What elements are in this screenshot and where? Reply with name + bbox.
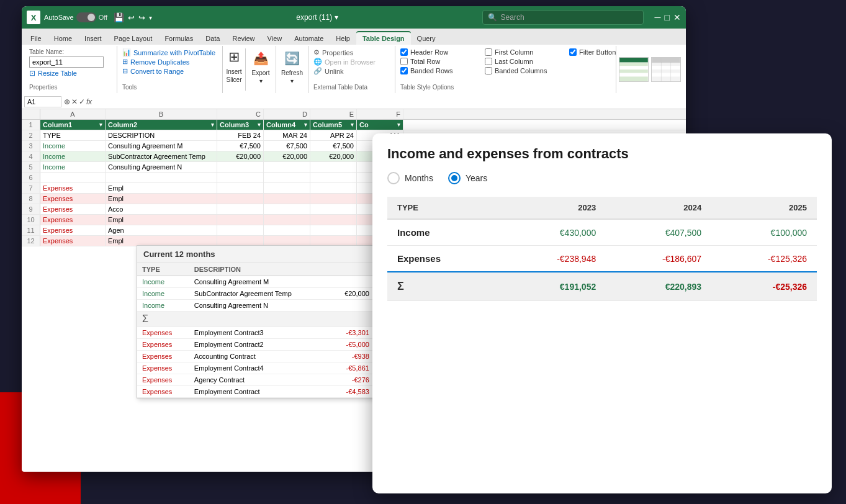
cell-a6[interactable] — [40, 173, 106, 182]
tab-review[interactable]: Review — [226, 32, 261, 45]
tab-insert[interactable]: Insert — [78, 32, 108, 45]
cell-b7[interactable]: Empl — [106, 183, 217, 193]
cell-c11[interactable] — [217, 225, 264, 235]
detail-desc[interactable]: Employment Contract2 — [189, 339, 329, 351]
cell-d1[interactable]: Column4 ▾ — [264, 120, 310, 130]
cell-d6[interactable] — [264, 173, 310, 182]
detail-type[interactable]: Expenses — [137, 327, 189, 339]
months-radio[interactable]: Months — [387, 172, 433, 184]
total-row-check[interactable]: Total Row — [400, 58, 475, 65]
properties-ext-btn[interactable]: ⚙ Properties — [313, 48, 390, 56]
remove-duplicates-btn[interactable]: ⊞ Remove Duplicates — [122, 58, 217, 66]
cell-b12[interactable]: Empl — [106, 236, 217, 246]
confirm-formula-icon[interactable]: ✓ — [79, 97, 85, 106]
cell-a8[interactable]: Expenses — [40, 194, 106, 204]
cell-d3[interactable]: €7,500 — [264, 141, 310, 151]
col-header-e[interactable]: E — [310, 109, 357, 119]
style-thumb-2[interactable] — [651, 57, 681, 82]
cell-a3[interactable]: Income — [40, 141, 106, 151]
detail-type[interactable]: Income — [137, 288, 189, 300]
cancel-formula-icon[interactable]: ✕ — [71, 97, 78, 106]
cell-d5[interactable] — [264, 162, 310, 172]
maximize-icon[interactable]: □ — [665, 12, 670, 22]
cell-e1[interactable]: Column5 ▾ — [310, 120, 357, 130]
cell-a9[interactable]: Expenses — [40, 204, 106, 214]
save-icon[interactable]: 💾 — [114, 12, 124, 22]
cell-b3[interactable]: Consulting Agreement M — [106, 141, 217, 151]
tab-automate[interactable]: Automate — [288, 32, 330, 45]
cell-b5[interactable]: Consulting Agreement N — [106, 162, 217, 172]
cell-f1[interactable]: Co ▾ — [357, 120, 403, 130]
first-column-check[interactable]: First Column — [485, 48, 559, 56]
cell-c10[interactable] — [217, 215, 264, 225]
header-row-check[interactable]: Header Row — [400, 48, 475, 56]
detail-desc[interactable]: Accounting Contract — [189, 351, 329, 362]
cell-e11[interactable] — [310, 225, 357, 235]
cell-b10[interactable]: Empl — [106, 215, 217, 225]
style-thumb-1[interactable] — [619, 57, 649, 82]
col-header-f[interactable]: F — [357, 109, 403, 119]
cell-e9[interactable] — [310, 204, 357, 214]
cell-d12[interactable] — [264, 236, 310, 246]
table-name-input[interactable] — [29, 56, 104, 68]
cell-d9[interactable] — [264, 204, 310, 214]
detail-type[interactable]: Expenses — [137, 386, 189, 398]
minimize-icon[interactable]: ─ — [655, 12, 661, 22]
cell-e6[interactable] — [310, 173, 357, 182]
tab-page-layout[interactable]: Page Layout — [108, 32, 159, 45]
cell-d10[interactable] — [264, 215, 310, 225]
detail-type[interactable]: Income — [137, 300, 189, 312]
quick-access-dropdown[interactable]: ▾ — [149, 14, 152, 21]
cell-b1[interactable]: Column2 ▾ — [106, 120, 217, 130]
cell-e10[interactable] — [310, 215, 357, 225]
detail-type[interactable]: Income — [137, 276, 189, 288]
cell-a11[interactable]: Expenses — [40, 225, 106, 235]
col-header-c[interactable]: C — [217, 109, 264, 119]
insert-slicer-btn[interactable]: ⊞ Insert Slicer — [223, 46, 245, 93]
detail-type[interactable]: Expenses — [137, 362, 189, 374]
cell-e4[interactable]: €20,000 — [310, 151, 357, 161]
detail-desc[interactable]: Employment Contract3 — [189, 327, 329, 339]
formula-input[interactable] — [94, 97, 683, 106]
cell-e2[interactable]: APR 24 — [310, 130, 357, 140]
cell-a10[interactable]: Expenses — [40, 215, 106, 225]
cell-a4[interactable]: Income — [40, 151, 106, 161]
cell-e5[interactable] — [310, 162, 357, 172]
tab-table-design[interactable]: Table Design — [356, 31, 411, 45]
cell-d8[interactable] — [264, 194, 310, 204]
detail-type[interactable]: Expenses — [137, 339, 189, 351]
cell-e8[interactable] — [310, 194, 357, 204]
cell-a1[interactable]: Column1 ▾ — [40, 120, 106, 130]
redo-icon[interactable]: ↪ — [138, 13, 145, 22]
cell-c5[interactable] — [217, 162, 264, 172]
cell-c8[interactable] — [217, 194, 264, 204]
detail-desc[interactable]: Employment Contract — [189, 386, 329, 398]
cell-c6[interactable] — [217, 173, 264, 182]
col-header-b[interactable]: B — [106, 109, 217, 119]
cell-c7[interactable] — [217, 183, 264, 193]
detail-desc[interactable]: Employment Contract4 — [189, 362, 329, 374]
cell-b6[interactable] — [106, 173, 217, 182]
search-bar[interactable]: 🔍 Search — [482, 10, 644, 25]
cell-d2[interactable]: MAR 24 — [264, 130, 310, 140]
undo-icon[interactable]: ↩ — [128, 13, 135, 22]
cell-d11[interactable] — [264, 225, 310, 235]
cell-c9[interactable] — [217, 204, 264, 214]
cell-b9[interactable]: Acco — [106, 204, 217, 214]
cell-b8[interactable]: Empl — [106, 194, 217, 204]
cell-c4[interactable]: €20,000 — [217, 151, 264, 161]
summarize-pivottable-btn[interactable]: 📊 Summarize with PivotTable — [122, 48, 217, 56]
tab-data[interactable]: Data — [199, 32, 226, 45]
banded-rows-check[interactable]: Banded Rows — [400, 67, 475, 74]
convert-to-range-btn[interactable]: ⊟ Convert to Range — [122, 67, 217, 75]
cell-e7[interactable] — [310, 183, 357, 193]
col-header-d[interactable]: D — [264, 109, 310, 119]
close-icon[interactable]: ✕ — [673, 12, 681, 22]
years-radio[interactable]: Years — [448, 172, 487, 184]
cell-a12[interactable]: Expenses — [40, 236, 106, 246]
cell-d4[interactable]: €20,000 — [264, 151, 310, 161]
expand-formula-icon[interactable]: ⊕ — [64, 97, 70, 106]
cell-e12[interactable] — [310, 236, 357, 246]
cell-a5[interactable]: Income — [40, 162, 106, 172]
tab-home[interactable]: Home — [48, 32, 78, 45]
